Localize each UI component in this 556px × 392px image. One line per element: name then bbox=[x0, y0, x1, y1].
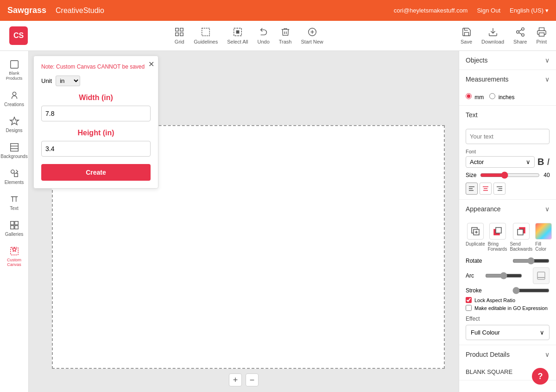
inches-radio-label[interactable]: inches bbox=[489, 93, 514, 101]
sidebar: Blank Products Creations Designs Backgro… bbox=[0, 51, 29, 392]
svg-rect-23 bbox=[10, 221, 13, 224]
italic-button[interactable]: I bbox=[547, 157, 550, 167]
height-label: Height (in) bbox=[41, 129, 151, 137]
sidebar-item-galleries[interactable]: Galleries bbox=[0, 216, 28, 240]
svg-rect-24 bbox=[14, 221, 18, 224]
fill-color-button[interactable]: Fill Color bbox=[535, 223, 552, 252]
height-input[interactable] bbox=[41, 141, 151, 157]
svg-point-10 bbox=[521, 28, 524, 31]
studio-name: CreativeStudio bbox=[56, 6, 104, 15]
inches-radio[interactable] bbox=[489, 93, 495, 99]
size-slider[interactable] bbox=[480, 171, 540, 179]
bring-forwards-button[interactable]: Bring Forwards bbox=[488, 223, 507, 252]
top-nav: Sawgrass CreativeStudio cori@heyletsmake… bbox=[0, 0, 556, 21]
font-select[interactable]: Actor ∨ bbox=[466, 156, 535, 168]
arc-slider[interactable] bbox=[485, 272, 522, 279]
create-button[interactable]: Create bbox=[41, 164, 151, 181]
font-chevron: ∨ bbox=[526, 158, 531, 165]
canvas-area: ✕ Note: Custom Canvas CANNOT be saved Un… bbox=[29, 51, 459, 392]
main-layout: Blank Products Creations Designs Backgro… bbox=[0, 51, 556, 392]
width-label: Width (in) bbox=[41, 94, 151, 102]
effect-select[interactable]: Full Colour ∨ bbox=[466, 325, 550, 340]
svg-rect-16 bbox=[10, 61, 18, 69]
language-label: English (US) bbox=[510, 7, 543, 14]
align-right-button[interactable] bbox=[493, 183, 505, 195]
user-email: cori@heyletsmakestuff.com bbox=[394, 7, 468, 14]
mm-radio[interactable] bbox=[466, 93, 472, 99]
help-button[interactable]: ? bbox=[532, 368, 549, 385]
measurements-section: Measurements ∨ mm inches bbox=[459, 70, 556, 106]
text-input[interactable] bbox=[466, 129, 550, 144]
top-nav-left: Sawgrass CreativeStudio bbox=[7, 6, 104, 15]
sidebar-item-text[interactable]: Text bbox=[0, 190, 28, 215]
align-left-button[interactable] bbox=[466, 183, 478, 195]
appearance-body: Duplicate Bring Forwards Sen bbox=[459, 218, 556, 345]
send-backwards-button[interactable]: Send Backwards bbox=[510, 223, 532, 252]
toolbar-center: Grid Guidelines Select All Undo Trash St… bbox=[174, 27, 323, 44]
svg-rect-44 bbox=[518, 229, 523, 235]
sidebar-item-custom-canvas[interactable]: Custom Canvas bbox=[0, 242, 28, 272]
lock-aspect-checkbox[interactable] bbox=[466, 297, 472, 303]
appearance-section: Appearance ∨ Duplicate bbox=[459, 200, 556, 345]
toolbar: CS Grid Guidelines Select All Undo Trash bbox=[0, 21, 556, 51]
unit-label: Unit bbox=[41, 77, 52, 84]
stroke-slider[interactable] bbox=[512, 287, 550, 294]
svg-rect-42 bbox=[496, 228, 501, 233]
zoom-out-button[interactable]: − bbox=[246, 373, 259, 386]
size-row: Size 40 bbox=[466, 171, 550, 179]
sidebar-item-designs[interactable]: Designs bbox=[0, 113, 28, 137]
size-label: Size bbox=[466, 172, 476, 178]
toolbar-print[interactable]: Print bbox=[536, 27, 547, 44]
toolbar-undo[interactable]: Undo bbox=[257, 27, 269, 44]
lock-aspect-row: Lock Aspect Ratio bbox=[466, 297, 550, 303]
panel-close-button[interactable]: ✕ bbox=[148, 60, 154, 69]
measurements-section-header[interactable]: Measurements ∨ bbox=[459, 70, 556, 89]
lock-aspect-label: Lock Aspect Ratio bbox=[474, 297, 515, 303]
mm-radio-label[interactable]: mm bbox=[466, 93, 484, 101]
toolbar-share[interactable]: Share bbox=[513, 27, 527, 44]
toolbar-trash[interactable]: Trash bbox=[279, 27, 292, 44]
signout-link[interactable]: Sign Out bbox=[477, 7, 500, 14]
bold-button[interactable]: B bbox=[537, 157, 544, 167]
unit-radio-row: mm inches bbox=[466, 93, 550, 101]
zoom-in-button[interactable]: + bbox=[229, 373, 242, 386]
make-editable-checkbox[interactable] bbox=[466, 305, 472, 311]
language-selector[interactable]: English (US) ▾ bbox=[510, 7, 549, 14]
make-editable-row: Make editable in GO Expression bbox=[466, 305, 550, 311]
stroke-row: Stroke bbox=[466, 287, 550, 294]
text-section: Text Font Actor ∨ B I Size 40 bbox=[459, 106, 556, 200]
toolbar-guidelines[interactable]: Guidelines bbox=[194, 27, 218, 44]
sidebar-item-backgrounds[interactable]: Backgrounds bbox=[0, 139, 28, 163]
rotate-slider[interactable] bbox=[512, 257, 550, 265]
toolbar-select-all[interactable]: Select All bbox=[227, 27, 248, 44]
width-input[interactable] bbox=[41, 106, 151, 121]
custom-canvas-panel: ✕ Note: Custom Canvas CANNOT be saved Un… bbox=[33, 56, 158, 189]
toolbar-start-new[interactable]: Start New bbox=[301, 27, 323, 44]
svg-rect-25 bbox=[10, 226, 13, 229]
sidebar-item-blank-products[interactable]: Blank Products bbox=[0, 56, 28, 85]
duplicate-button[interactable]: Duplicate bbox=[466, 223, 485, 252]
effect-value: Full Colour bbox=[471, 329, 500, 336]
text-section-header: Text bbox=[459, 106, 556, 124]
toolbar-right: Save Download Share Print bbox=[461, 27, 547, 44]
fill-color-icon bbox=[535, 223, 552, 240]
svg-point-12 bbox=[521, 34, 524, 37]
toolbar-grid[interactable]: Grid bbox=[174, 27, 184, 44]
svg-rect-22 bbox=[14, 173, 18, 177]
toolbar-save[interactable]: Save bbox=[461, 27, 472, 44]
svg-rect-3 bbox=[180, 33, 183, 36]
align-center-button[interactable] bbox=[480, 183, 492, 195]
appearance-section-header[interactable]: Appearance ∨ bbox=[459, 200, 556, 218]
outline-color-button[interactable] bbox=[533, 267, 550, 284]
app-logo: CS bbox=[9, 26, 28, 45]
font-label: Font bbox=[466, 149, 550, 154]
sidebar-item-elements[interactable]: Elements bbox=[0, 164, 28, 189]
sidebar-item-creations[interactable]: Creations bbox=[0, 87, 28, 111]
product-details-header[interactable]: Product Details ∨ bbox=[459, 345, 556, 364]
objects-section-header[interactable]: Objects ∨ bbox=[459, 51, 556, 70]
toolbar-download[interactable]: Download bbox=[481, 27, 504, 44]
arc-row: Arc bbox=[466, 267, 550, 284]
svg-point-17 bbox=[13, 92, 16, 95]
svg-rect-26 bbox=[14, 226, 18, 229]
unit-select[interactable]: in cm mm bbox=[56, 76, 80, 86]
